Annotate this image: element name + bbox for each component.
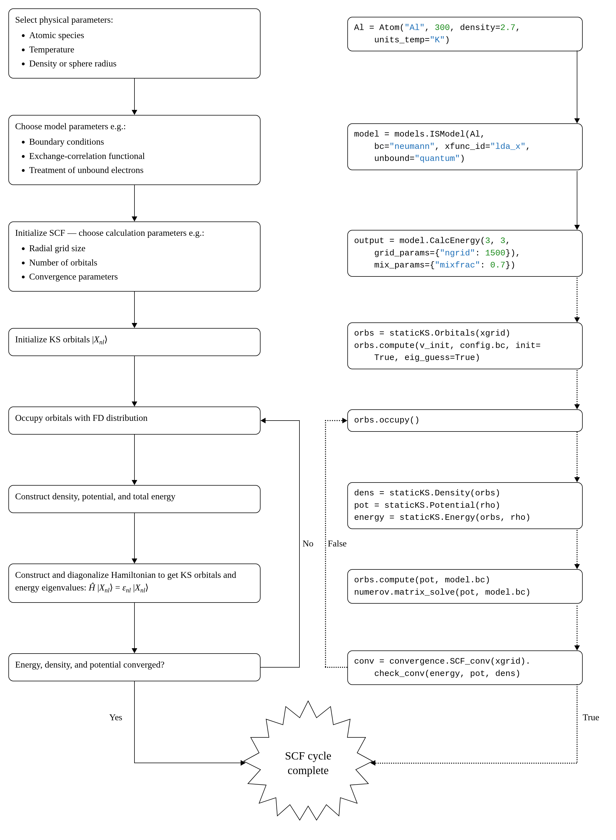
arrowhead-icon [132,110,137,115]
no-loop-icon [261,667,300,668]
scf-complete-text: SCF cycle complete [277,749,339,778]
list-item: Temperature [29,43,254,56]
list-item: Boundary conditions [29,135,254,148]
arrowhead-icon [574,225,580,230]
false-loop-icon [325,420,342,421]
arrowhead-icon [574,564,580,569]
yes-label: Yes [109,712,122,722]
step-construct-density: Construct density, potential, and total … [9,485,261,513]
yes-arrow-icon [134,763,241,763]
code-orbitals: orbs = staticKS.Orbitals(xgrid) orbs.com… [348,322,583,369]
arrow-down-icon [577,50,577,118]
arrow-down-icon [134,291,135,323]
false-label: False [328,538,347,549]
arrowhead-icon [574,318,580,322]
step-initialize-scf: Initialize SCF — choose calculation para… [9,222,261,291]
code-density: dens = staticKS.Density(orbs) pot = stat… [348,482,583,529]
false-loop-icon [325,420,326,667]
arrow-dotted-icon [576,370,578,404]
arrowhead-icon [132,480,137,485]
arrowhead-icon [132,323,137,328]
arrow-down-icon [134,603,135,648]
step-choose-model: Choose model parameters e.g.: Boundary c… [9,115,261,185]
true-arrow-icon [576,684,578,763]
arrowhead-icon [574,404,580,409]
step-text: Energy, density, and potential converged… [15,659,164,669]
list-item: Radial grid size [29,242,254,255]
code-convergence: conv = convergence.SCF_conv(xgrid). chec… [348,650,583,685]
true-arrow-icon [375,763,577,764]
step-diagonalize: Construct and diagonalize Hamiltonian to… [9,563,261,603]
step-select-physical: Select physical parameters: Atomic speci… [9,9,261,78]
step-title: Initialize SCF — choose calculation para… [15,227,254,239]
code-compute: orbs.compute(pot, model.bc) numerov.matr… [348,569,583,604]
code-occupy: orbs.occupy() [348,409,583,432]
code-atom: Al = Atom("Al", 300, density=2.7, units_… [348,17,583,51]
code-calc-energy: output = model.CalcEnergy(3, 3, grid_par… [348,230,583,277]
step-text: Construct density, potential, and total … [15,491,175,501]
true-label: True [583,712,599,722]
step-text: Construct and diagonalize Hamiltonian to… [15,570,236,593]
list-item: Exchange-correlation functional [29,150,254,162]
step-title: Select physical parameters: [15,13,254,26]
arrowhead-icon [342,418,348,424]
arrowhead-icon [132,402,137,406]
arrow-down-icon [577,171,577,225]
arrow-down-icon [134,513,135,559]
list-item: Density or sphere radius [29,57,254,70]
arrow-dotted-icon [576,606,578,646]
arrowhead-icon [132,216,137,222]
arrowhead-icon [574,477,580,482]
arrowhead-icon [132,559,137,563]
step-occupy: Occupy orbitals with FD distribution [9,406,261,435]
arrow-dotted-icon [576,530,578,564]
arrow-down-icon [134,185,135,216]
no-loop-icon [265,420,300,421]
step-initialize-ks: Initialize KS orbitals |Xnl⟩ [9,328,261,356]
no-loop-icon [299,420,300,668]
step-text: Occupy orbitals with FD distribution [15,413,148,423]
list-item: Number of orbitals [29,256,254,269]
arrowhead-icon [132,648,137,653]
arrow-dotted-icon [576,278,578,318]
code-model: model = models.ISModel(Al, bc="neumann",… [348,124,583,170]
list-item: Convergence parameters [29,270,254,283]
arrowhead-icon [261,418,265,424]
step-text: Initialize KS orbitals |Xnl⟩ [15,334,107,344]
step-title: Choose model parameters e.g.: [15,120,254,132]
false-loop-icon [325,667,348,668]
arrow-down-icon [134,356,135,402]
arrowhead-icon [574,646,580,650]
arrowhead-icon [574,118,580,124]
yes-arrow-icon [134,681,135,763]
list-item: Atomic species [29,29,254,41]
arrow-dotted-icon [576,432,578,477]
list-item: Treatment of unbound electrons [29,164,254,177]
step-converged-check: Energy, density, and potential converged… [9,653,261,681]
arrow-down-icon [134,435,135,480]
arrow-down-icon [134,78,135,110]
no-label: No [302,538,314,549]
